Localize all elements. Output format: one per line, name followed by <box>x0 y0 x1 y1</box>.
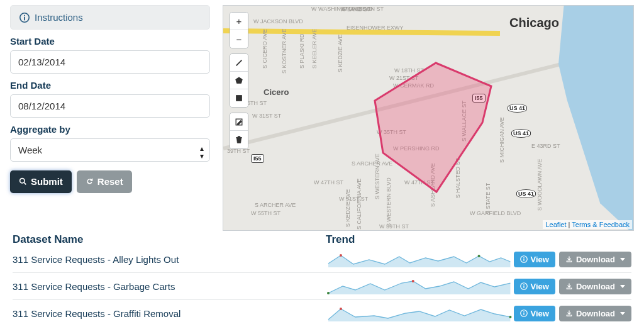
dataset-name: 311 Service Requests - Graffiti Removal <box>13 308 325 319</box>
results-table: Dataset Name Trend 311 Service Requests … <box>0 231 644 326</box>
table-row: 311 Service Requests - Garbage Carts Vie… <box>13 273 631 300</box>
svg-marker-5 <box>375 63 491 192</box>
table-row: 311 Service Requests - Graffiti Removal … <box>13 300 631 326</box>
aggregate-select[interactable]: Week <box>10 138 210 162</box>
aggregate-label: Aggregate by <box>10 124 210 135</box>
filter-sidebar: Instructions Start Date End Date Aggrega… <box>10 5 210 231</box>
delete-shapes-button[interactable] <box>230 131 248 148</box>
svg-line-4 <box>24 182 26 184</box>
edit-shapes-button[interactable] <box>230 113 248 131</box>
us41-badge: US 41 <box>511 129 531 138</box>
svg-point-20 <box>340 308 342 310</box>
table-row: 311 Service Requests - Alley Lights Out … <box>13 246 631 273</box>
start-date-input[interactable] <box>10 50 210 74</box>
instructions-label: Instructions <box>35 12 83 23</box>
map-attribution: Leaflet | Terms & Feedback <box>543 220 632 229</box>
download-icon <box>565 282 573 290</box>
map[interactable]: W WASHINGTON BLVD W MADISON ST W JACKSON… <box>223 5 634 231</box>
trend-header: Trend <box>326 233 631 246</box>
svg-line-6 <box>236 60 242 65</box>
chevron-down-icon <box>620 312 625 315</box>
svg-point-11 <box>478 255 480 257</box>
info-icon <box>520 255 528 263</box>
download-icon <box>565 255 573 263</box>
svg-point-10 <box>340 254 342 257</box>
sparkline <box>325 304 513 322</box>
start-date-label: Start Date <box>10 36 210 47</box>
zoom-in-button[interactable]: + <box>230 13 248 30</box>
svg-rect-18 <box>523 286 524 288</box>
instructions-button[interactable]: Instructions <box>10 5 210 30</box>
draw-polygon-button[interactable] <box>230 72 248 89</box>
download-button[interactable]: Download <box>559 279 631 294</box>
i55-badge: I55 <box>251 154 264 163</box>
dataset-name: 311 Service Requests - Garbage Carts <box>13 281 325 292</box>
chevron-down-icon <box>620 258 625 261</box>
svg-point-16 <box>412 280 414 282</box>
refresh-icon <box>86 177 94 186</box>
svg-rect-23 <box>523 313 524 315</box>
info-icon <box>520 282 528 290</box>
view-button[interactable]: View <box>514 279 555 294</box>
us41-badge: US 41 <box>516 189 536 198</box>
svg-rect-24 <box>523 311 524 312</box>
map-controls: + − <box>230 12 248 149</box>
sparkline <box>325 277 513 295</box>
square-icon <box>235 94 243 103</box>
cicero-label: Cicero <box>264 87 289 97</box>
submit-button[interactable]: Submit <box>10 170 72 193</box>
svg-marker-7 <box>236 77 243 83</box>
svg-rect-2 <box>24 14 25 16</box>
end-date-label: End Date <box>10 80 210 91</box>
sparkline <box>325 250 513 268</box>
chevron-down-icon <box>620 285 625 288</box>
info-icon <box>19 13 30 23</box>
edit-icon <box>235 118 243 126</box>
view-button[interactable]: View <box>514 306 555 321</box>
draw-line-button[interactable] <box>230 54 248 72</box>
dataset-name: 311 Service Requests - Alley Lights Out <box>13 254 325 265</box>
us41-badge: US 41 <box>508 104 527 113</box>
svg-rect-8 <box>236 96 242 101</box>
svg-point-15 <box>327 292 330 294</box>
draw-line-icon <box>235 58 243 67</box>
svg-point-21 <box>509 316 512 318</box>
polygon-icon <box>235 76 243 85</box>
zoom-out-button[interactable]: − <box>230 30 248 48</box>
svg-rect-1 <box>24 16 25 20</box>
download-button[interactable]: Download <box>559 306 631 321</box>
leaflet-link[interactable]: Leaflet <box>545 221 566 228</box>
download-button[interactable]: Download <box>559 252 631 267</box>
svg-point-3 <box>20 179 25 183</box>
reset-button[interactable]: Reset <box>77 170 132 193</box>
feedback-link[interactable]: Terms & Feedback <box>572 221 630 228</box>
svg-rect-14 <box>523 257 524 258</box>
info-icon <box>520 309 528 317</box>
city-label: Chicago <box>509 16 559 30</box>
svg-rect-13 <box>523 259 524 261</box>
view-button[interactable]: View <box>514 252 555 267</box>
search-icon <box>19 177 27 186</box>
trash-icon <box>235 135 243 144</box>
end-date-input[interactable] <box>10 94 210 118</box>
dataset-name-header: Dataset Name <box>13 233 326 246</box>
draw-rect-button[interactable] <box>230 89 248 107</box>
drawn-polygon[interactable] <box>372 60 494 194</box>
svg-rect-19 <box>523 284 524 285</box>
download-icon <box>565 309 573 317</box>
